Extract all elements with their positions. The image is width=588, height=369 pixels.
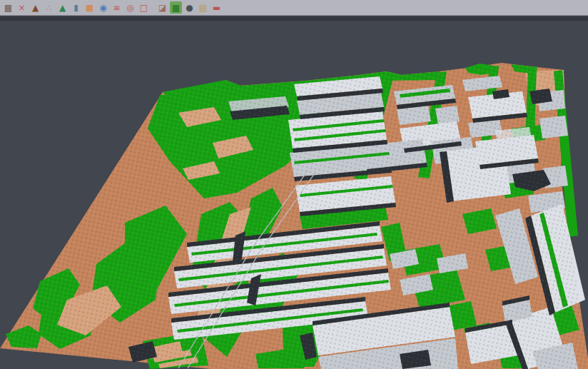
clip-region-icon[interactable]: ▩ (2, 1, 14, 14)
ortho-photo-icon[interactable]: ■ (83, 1, 96, 14)
navigate-orbit-icon[interactable]: ◉ (97, 1, 109, 14)
mesh-icon[interactable]: ▲ (56, 1, 69, 14)
viewport-3d[interactable] (0, 21, 588, 369)
sphere-view-icon[interactable]: ● (183, 1, 196, 14)
export-icon[interactable]: ▬ (211, 1, 223, 14)
side-panel-icon[interactable]: ▮ (70, 1, 82, 14)
main-toolbar: ▩×▲∴▲▮■◉≡◎□◪▦●▤▬ (0, 0, 588, 16)
rect-select-icon[interactable]: □ (138, 1, 150, 14)
measure-icon[interactable]: ◪ (156, 1, 168, 14)
classify-colors-icon[interactable]: ▦ (170, 1, 182, 14)
circle-select-icon[interactable]: ◎ (124, 1, 136, 14)
align-icon[interactable]: × (16, 1, 28, 14)
layers-icon[interactable]: ≡ (111, 1, 123, 14)
toolbar-separator (151, 1, 156, 14)
points-icon[interactable]: ∴ (43, 1, 55, 14)
application-window: ▩×▲∴▲▮■◉≡◎□◪▦●▤▬ (0, 0, 588, 369)
texture-icon[interactable]: ▤ (197, 1, 209, 14)
open-terrain-icon[interactable]: ▲ (29, 1, 41, 14)
